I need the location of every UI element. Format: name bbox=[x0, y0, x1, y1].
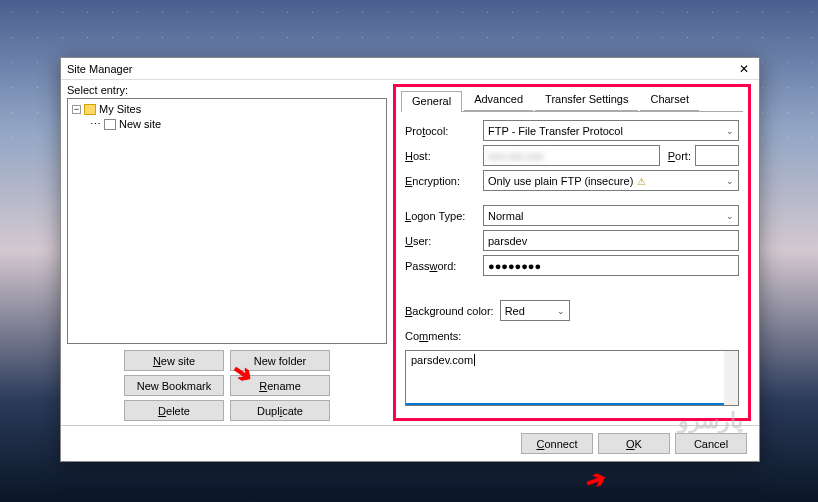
content-area: Select entry: − My Sites ⋯ New site New … bbox=[61, 80, 759, 425]
new-bookmark-button[interactable]: New Bookmark bbox=[124, 375, 224, 396]
tree-root-label: My Sites bbox=[99, 102, 141, 117]
bgcolor-select[interactable]: Red ⌄ bbox=[500, 300, 570, 321]
folder-icon bbox=[84, 104, 96, 115]
chevron-down-icon: ⌄ bbox=[726, 126, 734, 136]
warning-icon: ⚠ bbox=[637, 176, 646, 187]
logon-select[interactable]: Normal ⌄ bbox=[483, 205, 739, 226]
protocol-select[interactable]: FTP - File Transfer Protocol ⌄ bbox=[483, 120, 739, 141]
logon-label: Logon Type: bbox=[405, 210, 483, 222]
tab-transfer[interactable]: Transfer Settings bbox=[535, 90, 638, 111]
site-tree[interactable]: − My Sites ⋯ New site bbox=[67, 98, 387, 344]
comments-label: Comments: bbox=[405, 330, 461, 342]
tab-charset[interactable]: Charset bbox=[640, 90, 699, 111]
host-label: Host: bbox=[405, 150, 483, 162]
tree-root-row[interactable]: − My Sites bbox=[72, 102, 382, 117]
collapse-icon[interactable]: − bbox=[72, 105, 81, 114]
site-icon bbox=[104, 119, 116, 130]
window-title: Site Manager bbox=[67, 63, 735, 75]
footer-bar: Connect OK Cancel bbox=[61, 425, 759, 461]
tree-child-label: New site bbox=[119, 117, 161, 132]
watermark: پارسرو bbox=[678, 408, 743, 434]
user-label: User: bbox=[405, 235, 483, 247]
encryption-label: Encryption: bbox=[405, 175, 483, 187]
close-icon[interactable]: ✕ bbox=[735, 62, 753, 76]
new-site-button[interactable]: New site bbox=[124, 350, 224, 371]
tree-child-row[interactable]: ⋯ New site bbox=[72, 117, 382, 132]
connect-button[interactable]: Connect bbox=[521, 433, 593, 454]
rename-button[interactable]: Rename bbox=[230, 375, 330, 396]
select-entry-label: Select entry: bbox=[67, 84, 387, 96]
user-input[interactable] bbox=[483, 230, 739, 251]
password-input[interactable] bbox=[483, 255, 739, 276]
encryption-select[interactable]: Only use plain FTP (insecure)⚠ ⌄ bbox=[483, 170, 739, 191]
tab-bar: General Advanced Transfer Settings Chars… bbox=[401, 90, 743, 112]
titlebar: Site Manager ✕ bbox=[61, 58, 759, 80]
port-input[interactable] bbox=[695, 145, 739, 166]
bgcolor-label: Background color: bbox=[405, 305, 494, 317]
duplicate-button[interactable]: Duplicate bbox=[230, 400, 330, 421]
comments-textarea[interactable]: parsdev.com bbox=[405, 350, 739, 406]
ok-button[interactable]: OK bbox=[598, 433, 670, 454]
site-manager-window: Site Manager ✕ Select entry: − My Sites … bbox=[60, 57, 760, 462]
chevron-down-icon: ⌄ bbox=[726, 176, 734, 186]
left-button-grid: New site New folder New Bookmark Rename … bbox=[67, 350, 387, 421]
port-label: Port: bbox=[668, 150, 691, 162]
chevron-down-icon: ⌄ bbox=[557, 306, 565, 316]
delete-button[interactable]: Delete bbox=[124, 400, 224, 421]
text-cursor bbox=[474, 354, 478, 366]
password-label: Password: bbox=[405, 260, 483, 272]
annotation-arrow-connect: ➔ bbox=[582, 463, 610, 496]
cancel-button[interactable]: Cancel bbox=[675, 433, 747, 454]
chevron-down-icon: ⌄ bbox=[726, 211, 734, 221]
scrollbar[interactable] bbox=[724, 351, 738, 405]
left-panel: Select entry: − My Sites ⋯ New site New … bbox=[67, 84, 387, 421]
general-form: Protocol: FTP - File Transfer Protocol ⌄… bbox=[401, 112, 743, 406]
host-input[interactable]: xxx.xxx.xxx bbox=[483, 145, 660, 166]
focus-underline bbox=[406, 403, 724, 405]
right-panel: General Advanced Transfer Settings Chars… bbox=[393, 84, 751, 421]
new-folder-button[interactable]: New folder bbox=[230, 350, 330, 371]
protocol-label: Protocol: bbox=[405, 125, 483, 137]
tab-advanced[interactable]: Advanced bbox=[464, 90, 533, 111]
tab-general[interactable]: General bbox=[401, 91, 462, 112]
tree-connector: ⋯ bbox=[90, 117, 101, 132]
